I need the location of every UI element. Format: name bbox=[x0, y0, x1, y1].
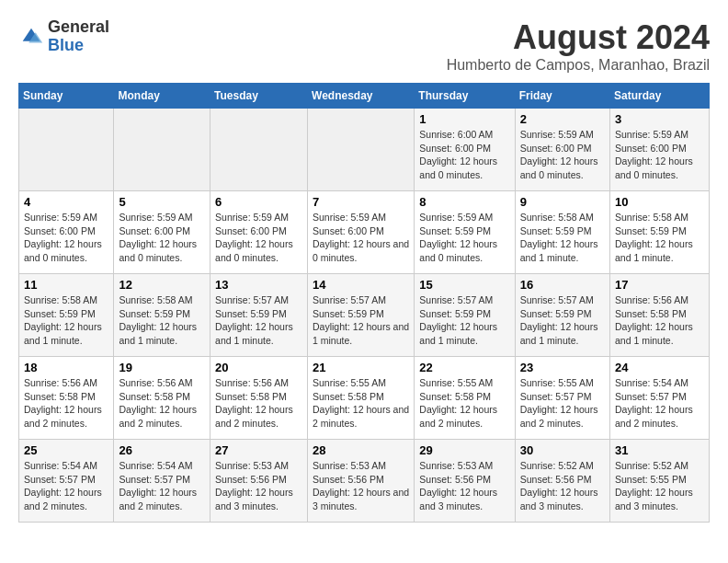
day-info: Sunrise: 5:54 AM Sunset: 5:57 PM Dayligh… bbox=[119, 459, 205, 513]
day-info: Sunrise: 5:53 AM Sunset: 5:56 PM Dayligh… bbox=[419, 459, 509, 513]
logo: General Blue bbox=[18, 18, 109, 55]
day-number: 17 bbox=[615, 278, 704, 292]
day-info: Sunrise: 5:57 AM Sunset: 5:59 PM Dayligh… bbox=[313, 293, 409, 348]
calendar-title: August 2024 bbox=[447, 18, 710, 57]
day-cell: 2Sunrise: 5:59 AM Sunset: 6:00 PM Daylig… bbox=[515, 109, 609, 191]
column-header-tuesday: Tuesday bbox=[210, 84, 308, 109]
day-info: Sunrise: 5:53 AM Sunset: 5:56 PM Dayligh… bbox=[215, 459, 302, 513]
day-number: 19 bbox=[119, 361, 205, 374]
day-info: Sunrise: 5:55 AM Sunset: 5:57 PM Dayligh… bbox=[520, 376, 605, 431]
day-info: Sunrise: 5:59 AM Sunset: 6:00 PM Dayligh… bbox=[313, 211, 409, 265]
day-info: Sunrise: 5:55 AM Sunset: 5:58 PM Dayligh… bbox=[419, 376, 509, 431]
day-cell: 13Sunrise: 5:57 AM Sunset: 5:59 PM Dayli… bbox=[210, 274, 308, 357]
day-cell: 19Sunrise: 5:56 AM Sunset: 5:58 PM Dayli… bbox=[114, 357, 210, 440]
day-info: Sunrise: 5:59 AM Sunset: 5:59 PM Dayligh… bbox=[419, 211, 509, 265]
day-info: Sunrise: 5:56 AM Sunset: 5:58 PM Dayligh… bbox=[615, 293, 704, 348]
day-number: 2 bbox=[520, 112, 605, 126]
day-info: Sunrise: 5:58 AM Sunset: 5:59 PM Dayligh… bbox=[119, 293, 205, 348]
day-cell: 21Sunrise: 5:55 AM Sunset: 5:58 PM Dayli… bbox=[308, 357, 415, 440]
day-number: 20 bbox=[215, 361, 302, 374]
day-info: Sunrise: 5:57 AM Sunset: 5:59 PM Dayligh… bbox=[520, 293, 605, 348]
column-header-thursday: Thursday bbox=[415, 84, 515, 109]
day-info: Sunrise: 5:58 AM Sunset: 5:59 PM Dayligh… bbox=[520, 211, 605, 265]
calendar-header-row: SundayMondayTuesdayWednesdayThursdayFrid… bbox=[19, 84, 710, 109]
title-block: August 2024 Humberto de Campos, Maranhao… bbox=[447, 18, 710, 74]
week-row-1: 1Sunrise: 6:00 AM Sunset: 6:00 PM Daylig… bbox=[19, 109, 710, 191]
day-number: 27 bbox=[215, 443, 302, 457]
column-header-wednesday: Wednesday bbox=[308, 84, 415, 109]
day-info: Sunrise: 5:56 AM Sunset: 5:58 PM Dayligh… bbox=[215, 376, 302, 431]
day-cell: 8Sunrise: 5:59 AM Sunset: 5:59 PM Daylig… bbox=[415, 191, 515, 274]
day-info: Sunrise: 5:58 AM Sunset: 5:59 PM Dayligh… bbox=[24, 293, 108, 348]
day-cell: 26Sunrise: 5:54 AM Sunset: 5:57 PM Dayli… bbox=[114, 440, 210, 523]
day-number: 21 bbox=[313, 361, 409, 374]
day-cell: 5Sunrise: 5:59 AM Sunset: 6:00 PM Daylig… bbox=[114, 191, 210, 274]
day-number: 30 bbox=[520, 443, 605, 457]
day-number: 10 bbox=[615, 195, 704, 209]
day-cell: 10Sunrise: 5:58 AM Sunset: 5:59 PM Dayli… bbox=[610, 191, 710, 274]
day-info: Sunrise: 5:54 AM Sunset: 5:57 PM Dayligh… bbox=[24, 459, 108, 513]
day-cell: 25Sunrise: 5:54 AM Sunset: 5:57 PM Dayli… bbox=[19, 440, 114, 523]
day-info: Sunrise: 5:56 AM Sunset: 5:58 PM Dayligh… bbox=[24, 376, 108, 431]
day-info: Sunrise: 5:55 AM Sunset: 5:58 PM Dayligh… bbox=[313, 376, 409, 431]
day-info: Sunrise: 5:52 AM Sunset: 5:55 PM Dayligh… bbox=[615, 459, 704, 513]
day-number: 16 bbox=[520, 278, 605, 292]
day-info: Sunrise: 5:53 AM Sunset: 5:56 PM Dayligh… bbox=[313, 459, 409, 513]
day-cell: 30Sunrise: 5:52 AM Sunset: 5:56 PM Dayli… bbox=[515, 440, 609, 523]
day-cell: 14Sunrise: 5:57 AM Sunset: 5:59 PM Dayli… bbox=[308, 274, 415, 357]
day-info: Sunrise: 5:54 AM Sunset: 5:57 PM Dayligh… bbox=[615, 376, 704, 431]
page-header: General Blue August 2024 Humberto de Cam… bbox=[18, 18, 710, 74]
day-cell: 22Sunrise: 5:55 AM Sunset: 5:58 PM Dayli… bbox=[415, 357, 515, 440]
day-cell: 31Sunrise: 5:52 AM Sunset: 5:55 PM Dayli… bbox=[610, 440, 710, 523]
day-number: 18 bbox=[24, 361, 108, 374]
day-cell: 4Sunrise: 5:59 AM Sunset: 6:00 PM Daylig… bbox=[19, 191, 114, 274]
day-info: Sunrise: 5:59 AM Sunset: 6:00 PM Dayligh… bbox=[24, 211, 108, 265]
column-header-saturday: Saturday bbox=[610, 84, 710, 109]
day-number: 22 bbox=[419, 361, 509, 374]
day-cell: 6Sunrise: 5:59 AM Sunset: 6:00 PM Daylig… bbox=[210, 191, 308, 274]
day-number: 9 bbox=[520, 195, 605, 209]
day-cell bbox=[308, 109, 415, 191]
day-number: 31 bbox=[615, 443, 704, 457]
day-cell: 1Sunrise: 6:00 AM Sunset: 6:00 PM Daylig… bbox=[415, 109, 515, 191]
day-number: 4 bbox=[24, 195, 108, 209]
calendar-location: Humberto de Campos, Maranhao, Brazil bbox=[447, 57, 710, 74]
day-cell: 28Sunrise: 5:53 AM Sunset: 5:56 PM Dayli… bbox=[308, 440, 415, 523]
logo-icon bbox=[18, 24, 44, 50]
day-cell: 7Sunrise: 5:59 AM Sunset: 6:00 PM Daylig… bbox=[308, 191, 415, 274]
day-number: 24 bbox=[615, 361, 704, 374]
day-info: Sunrise: 5:57 AM Sunset: 5:59 PM Dayligh… bbox=[419, 293, 509, 348]
day-number: 6 bbox=[215, 195, 302, 209]
day-cell bbox=[114, 109, 210, 191]
day-cell: 24Sunrise: 5:54 AM Sunset: 5:57 PM Dayli… bbox=[610, 357, 710, 440]
day-cell: 29Sunrise: 5:53 AM Sunset: 5:56 PM Dayli… bbox=[415, 440, 515, 523]
logo-general: General bbox=[48, 17, 109, 36]
day-cell: 3Sunrise: 5:59 AM Sunset: 6:00 PM Daylig… bbox=[610, 109, 710, 191]
day-info: Sunrise: 5:59 AM Sunset: 6:00 PM Dayligh… bbox=[119, 211, 205, 265]
day-number: 25 bbox=[24, 443, 108, 457]
day-info: Sunrise: 5:58 AM Sunset: 5:59 PM Dayligh… bbox=[615, 211, 704, 265]
day-cell: 9Sunrise: 5:58 AM Sunset: 5:59 PM Daylig… bbox=[515, 191, 609, 274]
day-cell bbox=[19, 109, 114, 191]
logo-blue: Blue bbox=[48, 36, 84, 54]
column-header-sunday: Sunday bbox=[19, 84, 114, 109]
day-number: 3 bbox=[615, 112, 704, 126]
week-row-4: 18Sunrise: 5:56 AM Sunset: 5:58 PM Dayli… bbox=[19, 357, 710, 440]
calendar-table: SundayMondayTuesdayWednesdayThursdayFrid… bbox=[18, 83, 710, 523]
day-number: 7 bbox=[313, 195, 409, 209]
logo-text: General Blue bbox=[48, 18, 109, 55]
day-cell: 20Sunrise: 5:56 AM Sunset: 5:58 PM Dayli… bbox=[210, 357, 308, 440]
day-number: 26 bbox=[119, 443, 205, 457]
day-info: Sunrise: 5:59 AM Sunset: 6:00 PM Dayligh… bbox=[215, 211, 302, 265]
column-header-friday: Friday bbox=[515, 84, 609, 109]
day-cell: 11Sunrise: 5:58 AM Sunset: 5:59 PM Dayli… bbox=[19, 274, 114, 357]
day-info: Sunrise: 5:56 AM Sunset: 5:58 PM Dayligh… bbox=[119, 376, 205, 431]
column-header-monday: Monday bbox=[114, 84, 210, 109]
day-number: 8 bbox=[419, 195, 509, 209]
day-cell: 16Sunrise: 5:57 AM Sunset: 5:59 PM Dayli… bbox=[515, 274, 609, 357]
day-cell: 18Sunrise: 5:56 AM Sunset: 5:58 PM Dayli… bbox=[19, 357, 114, 440]
day-number: 13 bbox=[215, 278, 302, 292]
day-number: 11 bbox=[24, 278, 108, 292]
week-row-5: 25Sunrise: 5:54 AM Sunset: 5:57 PM Dayli… bbox=[19, 440, 710, 523]
day-info: Sunrise: 6:00 AM Sunset: 6:00 PM Dayligh… bbox=[419, 128, 509, 182]
